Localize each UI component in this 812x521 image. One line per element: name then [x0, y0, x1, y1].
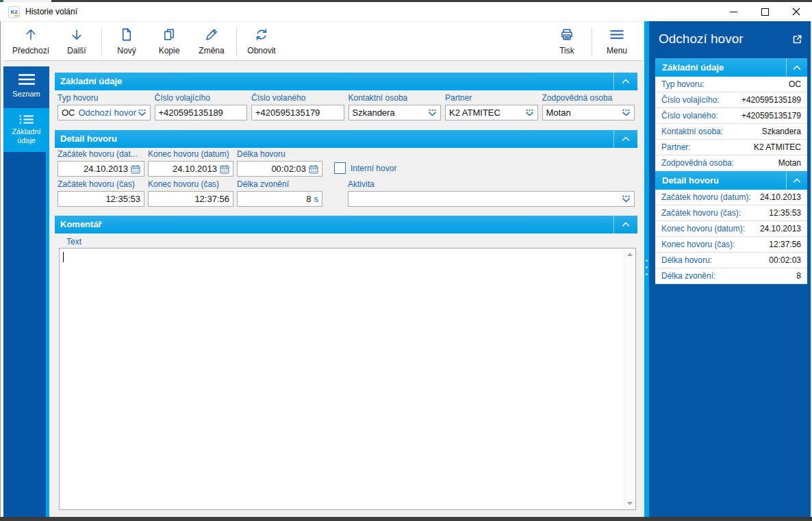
field-zacatek-hovoru-datum: Začátek hovoru (dat...: [58, 149, 144, 177]
panel-row: Začátek hovoru (čas):12:35:53: [655, 205, 807, 221]
field-konec-hovoru-datum: Konec hovoru (datum): [148, 149, 233, 177]
change-button[interactable]: Změna: [190, 24, 233, 60]
detail-row-1: Začátek hovoru (dat... Konec hovoru (dat…: [58, 149, 635, 177]
hamburger-icon: [17, 73, 36, 86]
arrow-down-icon: [69, 27, 84, 42]
typ-hovoru-combo[interactable]: OC Odchozí hovor: [58, 105, 151, 120]
background-taskbar-strip: [0, 517, 812, 521]
combo-value: Odchozí hovor: [79, 107, 137, 118]
zacatek-hovoru-datum-input[interactable]: [62, 164, 128, 174]
panel-row: Zodpovědná osoba:Motan: [655, 155, 807, 171]
dropdown-icon[interactable]: [525, 109, 534, 116]
panel-card-title: Detail hovoru: [662, 175, 719, 186]
scroll-up-icon[interactable]: [627, 253, 633, 256]
open-in-window-button[interactable]: [792, 34, 802, 47]
delka-hovoru-input[interactable]: [241, 164, 306, 174]
field-zodpovedna-osoba: Zodpovědná osoba Motan: [542, 93, 635, 120]
open-external-icon: [792, 34, 802, 45]
maximize-icon: [761, 8, 769, 16]
zodpovedna-osoba-combo[interactable]: Motan: [542, 105, 635, 120]
comment-textarea[interactable]: [59, 248, 636, 510]
text-caret: [63, 252, 64, 262]
panel-row: Typ hovoru:OC: [655, 77, 807, 92]
change-label: Změna: [199, 46, 224, 55]
delka-zvoneni-field[interactable]: 8 s: [237, 191, 322, 207]
pencil-icon: [204, 27, 219, 42]
checkbox-label: Interní hovor: [351, 164, 396, 173]
menu-button[interactable]: Menu: [596, 24, 638, 60]
panel-card-zakladni-udaje: Základní údaje Typ hovoru:OC Číslo volaj…: [655, 58, 807, 171]
close-button[interactable]: [781, 2, 812, 21]
partner-combo[interactable]: K2 ATMITEC: [445, 105, 538, 120]
field-label: Délka hovoru: [237, 149, 322, 159]
refresh-button[interactable]: Obnovit: [240, 24, 283, 60]
dropdown-icon[interactable]: [622, 109, 631, 116]
field-delka-zvoneni: Délka zvonění 8 s: [237, 179, 322, 207]
panel-card-header: Základní údaje: [655, 58, 807, 77]
sidebar-tab-label: Seznam: [5, 90, 48, 99]
dropdown-icon[interactable]: [138, 109, 147, 116]
combo-value: Motan: [546, 107, 571, 118]
preview-panel-title: Odchozí hovor: [659, 31, 744, 47]
collapse-button[interactable]: [786, 58, 807, 77]
zacatek-hovoru-cas-input[interactable]: [62, 194, 140, 204]
panel-card-detail-hovoru: Detail hovoru Začátek hovoru (datum):24.…: [655, 171, 807, 284]
splitter-dot: [646, 273, 648, 275]
titlebar: K2 Historie volání: [0, 2, 812, 21]
panel-row: Číslo volajícího:+420595135189: [655, 92, 807, 108]
panel-splitter[interactable]: [644, 21, 649, 517]
aktivita-combo[interactable]: [348, 191, 635, 207]
cislo-volajiciho-input[interactable]: [159, 107, 244, 118]
close-icon: [792, 8, 800, 16]
panel-row: Konec hovoru (čas):12:37:56: [655, 237, 807, 253]
print-button[interactable]: Tisk: [546, 24, 588, 60]
field-label: Začátek hovoru (dat...: [58, 149, 144, 159]
toolbar-separator: [592, 27, 592, 57]
field-kontaktni-osoba: Kontaktní osoba Szkandera: [348, 93, 442, 120]
interni-hovor-checkbox[interactable]: [334, 162, 346, 174]
previous-button[interactable]: Předchozí: [6, 24, 55, 60]
copy-icon: [162, 27, 177, 42]
new-button[interactable]: Nový: [105, 24, 148, 60]
copy-button[interactable]: Kopie: [148, 24, 190, 60]
field-label: Konec hovoru (čas): [148, 179, 233, 189]
field-delka-hovoru: Délka hovoru: [237, 149, 322, 177]
minimize-button[interactable]: [718, 2, 749, 21]
field-zacatek-hovoru-cas: Začátek hovoru (čas): [58, 179, 144, 207]
scroll-down-icon[interactable]: [627, 502, 633, 505]
calendar-icon[interactable]: [220, 164, 229, 174]
calendar-icon[interactable]: [309, 164, 318, 174]
collapse-button[interactable]: [613, 216, 637, 233]
previous-label: Předchozí: [12, 46, 49, 55]
maximize-button[interactable]: [749, 2, 781, 21]
collapse-button[interactable]: [786, 171, 807, 190]
list-icon: [19, 114, 34, 125]
toolbar-separator: [236, 27, 237, 57]
konec-hovoru-cas-input[interactable]: [152, 194, 229, 204]
chevron-up-icon: [622, 79, 630, 84]
chevron-up-icon: [793, 65, 801, 71]
dropdown-icon[interactable]: [622, 195, 631, 203]
cislo-volaneho-input[interactable]: [255, 107, 340, 118]
collapse-button[interactable]: [613, 130, 637, 148]
dropdown-icon[interactable]: [428, 109, 437, 116]
kontaktni-osoba-combo[interactable]: Szkandera: [348, 105, 442, 120]
comment-scrollbar[interactable]: [624, 249, 635, 509]
panel-row: Číslo volaného:+420595135179: [655, 108, 807, 124]
field-label: Kontaktní osoba: [348, 93, 442, 103]
sidebar-tab-label: Základní údaje: [5, 127, 48, 145]
field-value: 8: [241, 194, 312, 204]
splitter-dot: [646, 259, 648, 262]
sidebar-tab-seznam[interactable]: Seznam: [3, 66, 49, 108]
konec-hovoru-datum-input[interactable]: [152, 164, 217, 174]
panel-row: Začátek hovoru (datum):24.10.2013: [655, 190, 807, 205]
printer-icon: [559, 27, 574, 42]
calendar-icon[interactable]: [131, 164, 140, 174]
minimize-icon: [730, 12, 737, 12]
sidebar-tab-zakladni-udaje[interactable]: Základní údaje: [3, 108, 49, 152]
next-button[interactable]: Další: [55, 24, 98, 60]
field-label: Aktivita: [348, 179, 635, 189]
chevron-up-icon: [622, 222, 630, 227]
collapse-button[interactable]: [613, 73, 637, 90]
field-label: Typ hovoru: [58, 93, 151, 103]
